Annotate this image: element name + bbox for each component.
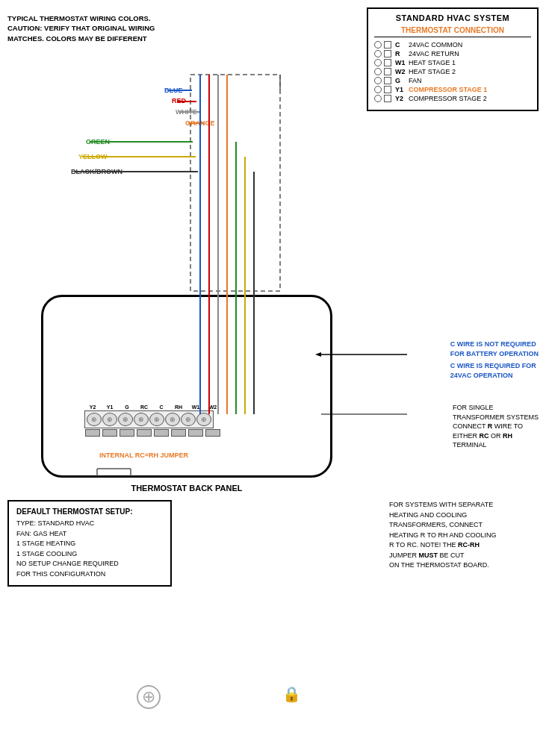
conn-row-w2: W2 HEAT STAGE 2 (374, 68, 531, 75)
terminal-label-c: C (153, 404, 170, 410)
warning-line3: MATCHES. COLORS MAY BE DIFFERENT (7, 34, 155, 43)
conn-label-y2: Y2 (395, 95, 409, 102)
conn-desc-w2: HEAT STAGE 2 (409, 68, 456, 75)
setup-title: DEFAULT THERMOSTAT SETUP: (16, 507, 163, 516)
conn-label-y1: Y1 (395, 86, 409, 93)
wire-white-label: WHITE (176, 108, 197, 116)
jumper-label: INTERNAL RC=RH JUMPER (99, 452, 188, 459)
slot-rc (137, 429, 152, 437)
default-setup-box: DEFAULT THERMOSTAT SETUP: TYPE: STANDARD… (7, 500, 172, 587)
screw-w1: ⊕ (181, 413, 196, 426)
compass-icon: ⊕ (137, 685, 161, 709)
warning-line1: TYPICAL THERMOSTAT WIRING COLORS. (7, 13, 155, 23)
setup-line-5: NO SETUP CHANGE REQUIRED (16, 559, 163, 569)
terminal-label-w2: W2 (205, 404, 221, 410)
conn-square-g (384, 77, 391, 84)
conn-desc-g: FAN (409, 77, 422, 84)
hvac-title: STANDARD HVAC SYSTEM (374, 13, 531, 22)
warning-text: TYPICAL THERMOSTAT WIRING COLORS. CAUTIO… (7, 13, 155, 43)
thermostat-panel: ⊕ 🔒 Y2 Y1 G RC C RH W1 W2 ⊕ ⊕ ⊕ ⊕ ⊕ (41, 295, 332, 478)
wire-black-brown-label: BLACK/BROWN (71, 168, 122, 175)
lock-icon: 🔒 (282, 685, 301, 703)
conn-square-y1 (384, 86, 391, 93)
conn-row-g: G FAN (374, 77, 531, 84)
br-line1: FOR SYSTEMS WITH SEPARATE (389, 500, 539, 510)
conn-label-c: C (395, 41, 409, 49)
conn-row-y1: Y1 COMPRESSOR STAGE 1 (374, 86, 531, 93)
conn-square-w2 (384, 68, 391, 75)
conn-circle-w1 (374, 59, 382, 66)
conn-square-y2 (384, 95, 391, 102)
conn-circle-c (374, 41, 382, 49)
diagram-container: TYPICAL THERMOSTAT WIRING COLORS. CAUTIO… (0, 0, 546, 756)
br-line5: R TO RC. NOTE! THE RC-RH (389, 540, 539, 551)
svg-rect-0 (190, 75, 280, 291)
wire-yellow-label: YELLOW (78, 153, 108, 160)
setup-line-6: FOR THIS CONFIGURATION (16, 569, 163, 580)
setup-line-4: 1 STAGE COOLING (16, 549, 163, 560)
c-wire-note: C WIRE IS NOT REQUIRED FOR BATTERY OPERA… (450, 340, 539, 380)
wire-orange-label: ORANGE (185, 119, 215, 127)
back-panel-title: THERMOSTAT BACK PANEL (41, 484, 332, 493)
conn-label-g: G (395, 77, 409, 84)
slot-rh (171, 429, 186, 437)
conn-desc-w1: HEAT STAGE 1 (409, 59, 456, 66)
setup-line-2: FAN: GAS HEAT (16, 529, 163, 540)
conn-label-w2: W2 (395, 68, 409, 75)
terminal-label-rc: RC (136, 404, 152, 410)
screw-y1: ⊕ (102, 413, 117, 426)
conn-desc-y2: COMPRESSOR STAGE 2 (409, 95, 487, 102)
conn-row-r: R 24VAC RETURN (374, 50, 531, 57)
warning-line2: CAUTION: VERIFY THAT ORIGINAL WIRING (7, 23, 155, 33)
slot-g (120, 429, 134, 437)
conn-circle-g (374, 77, 382, 84)
conn-circle-y1 (374, 86, 382, 93)
hvac-box: STANDARD HVAC SYSTEM THERMOSTAT CONNECTI… (367, 7, 539, 111)
conn-square-c (384, 41, 391, 49)
conn-square-w1 (384, 59, 391, 66)
slot-y1 (102, 429, 117, 437)
screw-c: ⊕ (149, 413, 164, 426)
terminal-label-g: G (119, 404, 135, 410)
screw-w2: ⊕ (196, 413, 211, 426)
bottom-right-text: FOR SYSTEMS WITH SEPARATE HEATING AND CO… (389, 500, 539, 571)
terminal-label-y2: Y2 (84, 404, 101, 410)
conn-circle-r (374, 50, 382, 57)
slot-c (154, 429, 169, 437)
screw-g: ⊕ (118, 413, 133, 426)
conn-label-r: R (395, 50, 409, 57)
thermostat-connection-title: THERMOSTAT CONNECTION (374, 26, 531, 37)
conn-row-c: C 24VAC COMMON (374, 41, 531, 49)
conn-row-w1: W1 HEAT STAGE 1 (374, 59, 531, 66)
br-line6: JUMPER MUST BE CUT (389, 551, 539, 561)
conn-desc-y1: COMPRESSOR STAGE 1 (409, 86, 487, 93)
br-line4: HEATING R TO RH AND COOLING (389, 531, 539, 541)
conn-square-r (384, 50, 391, 57)
transformer-note: FOR SINGLE TRANSFORMER SYSTEMS CONNECT R… (453, 403, 539, 450)
screw-y2: ⊕ (87, 413, 102, 426)
br-line7: ON THE THERMOSTAT BOARD. (389, 560, 539, 571)
slot-w2 (205, 429, 220, 437)
conn-circle-w2 (374, 68, 382, 75)
setup-line-1: TYPE: STANDARD HVAC (16, 519, 163, 529)
slot-y2 (85, 429, 100, 437)
conn-label-w1: W1 (395, 59, 409, 66)
wire-green-label: GREEN (86, 138, 110, 146)
setup-title-text: DEFAULT THERMOSTAT SETUP: (16, 507, 133, 516)
setup-line-3: 1 STAGE HEATING (16, 539, 163, 549)
screw-rh: ⊕ (165, 413, 180, 426)
terminal-label-rh: RH (170, 404, 187, 410)
conn-desc-r: 24VAC RETURN (409, 50, 459, 57)
conn-desc-c: 24VAC COMMON (409, 41, 462, 49)
terminal-label-y1: Y1 (102, 404, 118, 410)
conn-row-y2: Y2 COMPRESSOR STAGE 2 (374, 95, 531, 102)
slot-w1 (188, 429, 203, 437)
conn-circle-y2 (374, 95, 382, 102)
br-line2: HEATING AND COOLING (389, 510, 539, 521)
br-line3: TRANSFORMERS, CONNECT (389, 520, 539, 531)
screw-rc: ⊕ (134, 413, 149, 426)
wire-blue-label: BLUE (164, 87, 183, 94)
terminal-label-w1: W1 (187, 404, 204, 410)
wire-red-label: RED (172, 97, 186, 104)
